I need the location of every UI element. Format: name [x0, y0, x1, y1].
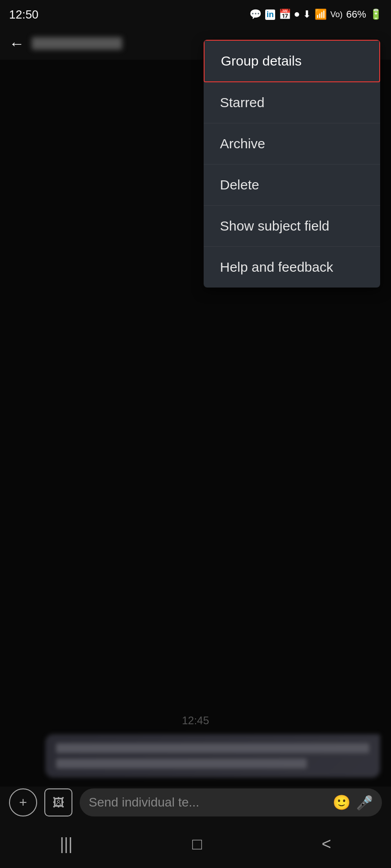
calendar-icon: 📅	[279, 9, 291, 20]
menu-item-starred[interactable]: Starred	[204, 82, 380, 123]
back-button[interactable]: ←	[9, 35, 24, 52]
menu-item-archive[interactable]: Archive	[204, 123, 380, 165]
attachment-button[interactable]: 🖼	[44, 788, 72, 816]
wifi-icon: 📶	[315, 9, 327, 20]
dot-icon	[295, 12, 299, 17]
nav-bar: ||| □ <	[0, 825, 391, 868]
bottom-toolbar: + 🖼 Send individual te... 🙂 🎤	[0, 782, 391, 823]
message-input-placeholder[interactable]: Send individual te...	[89, 795, 327, 810]
message-input-container: Send individual te... 🙂 🎤	[80, 788, 382, 816]
attachment-icon: 🖼	[52, 796, 64, 810]
status-icons: 💬 in 📅 ⬇ 📶 Vo) 66% 🔋	[249, 9, 382, 20]
emoji-button[interactable]: 🙂	[333, 794, 351, 811]
linkedin-icon: in	[265, 9, 275, 20]
status-time: 12:50	[9, 8, 38, 22]
menu-item-show-subject-field[interactable]: Show subject field	[204, 206, 380, 247]
signal-icon: Vo)	[330, 10, 343, 19]
whatsapp-status-icon: 💬	[249, 9, 262, 20]
nav-menu-button[interactable]: |||	[60, 835, 72, 854]
menu-item-help-and-feedback[interactable]: Help and feedback	[204, 247, 380, 288]
mic-button[interactable]: 🎤	[356, 795, 373, 811]
nav-home-button[interactable]: □	[192, 835, 202, 854]
battery-icon: 🔋	[370, 9, 382, 20]
status-bar: 12:50 💬 in 📅 ⬇ 📶 Vo) 66% 🔋	[0, 0, 391, 27]
nav-back-button[interactable]: <	[322, 835, 331, 854]
menu-item-group-details[interactable]: Group details	[204, 40, 380, 82]
dropdown-menu: Group details Starred Archive Delete Sho…	[204, 40, 380, 288]
battery-percent: 66%	[346, 9, 366, 20]
contact-name-blurred	[32, 37, 122, 50]
add-button[interactable]: +	[9, 788, 37, 816]
cloud-icon: ⬇	[303, 9, 311, 20]
menu-item-delete[interactable]: Delete	[204, 165, 380, 206]
add-icon: +	[19, 795, 27, 810]
